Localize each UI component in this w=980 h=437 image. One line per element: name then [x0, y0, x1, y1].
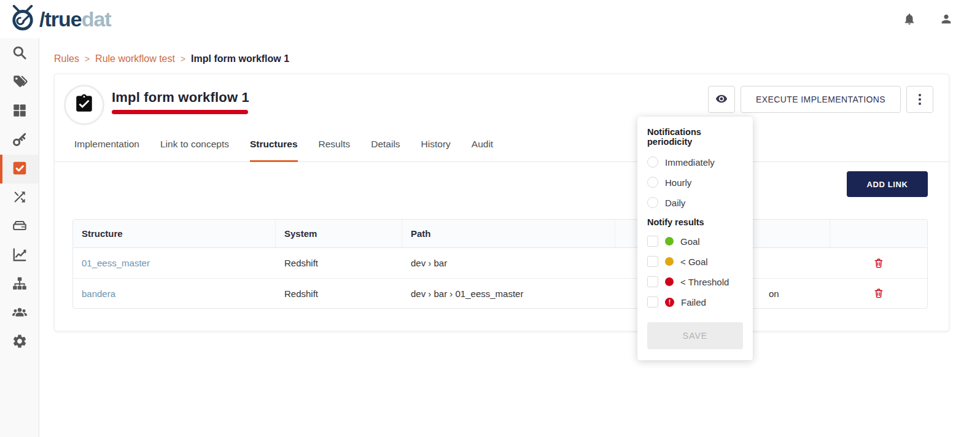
system-cell: Redshift [276, 279, 402, 308]
checkbox-label: Goal [680, 236, 700, 247]
sidebar-item-search[interactable] [0, 39, 39, 68]
tab-structures[interactable]: Structures [250, 139, 298, 162]
checkbox-label: Failed [681, 297, 706, 307]
radio-icon[interactable] [647, 157, 658, 168]
more-options-button[interactable] [906, 86, 933, 113]
tab-results[interactable]: Results [319, 139, 351, 162]
under-threshold-status-dot [665, 277, 674, 286]
tab-details[interactable]: Details [371, 139, 400, 162]
tab-link-to-concepts[interactable]: Link to concepts [160, 139, 229, 162]
delete-link-trash-icon[interactable] [873, 288, 884, 299]
eye-icon [715, 93, 728, 107]
sitemap-icon [12, 276, 28, 294]
table-row: 01_eess_master Redshift dev › bar [73, 248, 927, 278]
notifications-popup: Notifications periodicity Immediately Ho… [637, 117, 753, 360]
column-header-path: Path [402, 220, 615, 247]
checkbox-icon[interactable] [647, 276, 658, 287]
checkbox-label: < Goal [680, 257, 708, 267]
checkbox-icon[interactable] [647, 256, 658, 267]
title-underline [112, 110, 248, 114]
radio-option-daily[interactable]: Daily [647, 197, 743, 208]
save-button[interactable]: SAVE [647, 322, 743, 349]
implementation-card: Impl form workflow 1 EXECUTE IMPLEMENTAT… [54, 74, 949, 331]
structure-link[interactable]: 01_eess_master [82, 258, 150, 268]
failed-exclamation-icon: ! [665, 298, 674, 307]
add-link-button[interactable]: ADD LINK [847, 171, 928, 197]
tags-icon [12, 74, 28, 92]
gear-icon [12, 333, 28, 352]
popup-title: Notifications periodicity [647, 127, 743, 147]
user-profile-icon[interactable] [939, 12, 953, 26]
top-bar: /truedat [0, 0, 980, 38]
structures-table: Structure System Path 01_eess_master Red… [72, 219, 928, 309]
sidebar-item-permissions[interactable] [0, 126, 39, 155]
preview-button[interactable] [708, 86, 735, 113]
checkbox-option-under-threshold[interactable]: < Threshold [647, 276, 743, 287]
key-icon [12, 131, 28, 150]
checkbox-icon[interactable] [647, 296, 658, 307]
radio-label: Daily [665, 198, 685, 208]
checkbox-option-failed[interactable]: ! Failed [647, 296, 743, 307]
radio-option-hourly[interactable]: Hourly [647, 177, 743, 188]
search-icon [12, 45, 28, 63]
delete-link-trash-icon[interactable] [873, 258, 884, 269]
radio-icon[interactable] [647, 177, 658, 188]
sidebar-item-insights[interactable] [0, 241, 39, 270]
page-title: Impl form workflow 1 [112, 90, 249, 106]
notifications-bell-icon[interactable] [903, 12, 916, 26]
truedat-logo[interactable]: /truedat [9, 5, 111, 33]
sidebar-item-users[interactable] [0, 299, 39, 328]
radio-option-immediately[interactable]: Immediately [647, 157, 743, 168]
users-icon [12, 304, 28, 323]
path-cell: dev › bar › 01_eess_master [402, 279, 615, 308]
sidebar-item-lineage[interactable] [0, 184, 39, 212]
sidebar-item-dashboard[interactable] [0, 97, 39, 126]
clipboard-check-icon [74, 93, 95, 117]
checkbox-icon[interactable] [647, 236, 658, 247]
kebab-menu-icon [919, 94, 921, 105]
sidebar-item-quality[interactable] [0, 155, 39, 184]
checkbox-option-goal[interactable]: Goal [647, 236, 743, 247]
tab-bar: Implementation Link to concepts Structur… [55, 139, 949, 162]
goal-status-dot [665, 237, 674, 246]
checkbox-option-under-goal[interactable]: < Goal [647, 256, 743, 267]
sidebar-item-tags[interactable] [0, 68, 39, 97]
sidebar-item-settings[interactable] [0, 328, 39, 357]
check-square-icon [12, 160, 28, 179]
implementation-badge [64, 85, 104, 125]
breadcrumb-rule-workflow-test[interactable]: Rule workflow test [95, 53, 175, 64]
logo-text-secondary: dat [82, 7, 111, 31]
column-header-system: System [276, 220, 402, 247]
chart-icon [12, 247, 28, 265]
sidebar-nav [0, 38, 39, 437]
shuffle-icon [12, 189, 28, 207]
tab-implementation[interactable]: Implementation [74, 139, 139, 162]
radio-label: Immediately [665, 157, 715, 168]
table-row: bandera Redshift dev › bar › 01_eess_mas… [73, 278, 927, 308]
radio-icon[interactable] [647, 197, 658, 208]
breadcrumb-rules[interactable]: Rules [54, 53, 79, 64]
grid-icon [12, 102, 28, 121]
drive-icon [12, 218, 28, 236]
sidebar-item-taxonomy[interactable] [0, 270, 39, 299]
breadcrumb: Rules > Rule workflow test > Impl form w… [54, 53, 289, 64]
breadcrumb-separator: > [181, 54, 185, 64]
column-header-actions [830, 220, 927, 247]
system-cell: Redshift [276, 248, 402, 278]
column-header-structure: Structure [73, 220, 276, 247]
breadcrumb-separator: > [85, 54, 90, 64]
tab-history[interactable]: History [421, 139, 451, 162]
execute-implementations-button[interactable]: EXECUTE IMPLEMENTATIONS [741, 86, 901, 113]
tab-audit[interactable]: Audit [472, 139, 493, 162]
notify-results-title: Notify results [647, 217, 743, 227]
radio-label: Hourly [665, 177, 691, 188]
owl-icon [9, 5, 37, 33]
sidebar-item-systems[interactable] [0, 212, 39, 241]
structure-link[interactable]: bandera [82, 288, 115, 299]
breadcrumb-current-page: Impl form workflow 1 [191, 53, 289, 64]
under-goal-status-dot [665, 257, 674, 266]
logo-text-primary: /true [39, 7, 82, 31]
table-header-row: Structure System Path [73, 220, 927, 248]
path-cell: dev › bar [402, 248, 615, 278]
checkbox-label: < Threshold [680, 277, 729, 287]
